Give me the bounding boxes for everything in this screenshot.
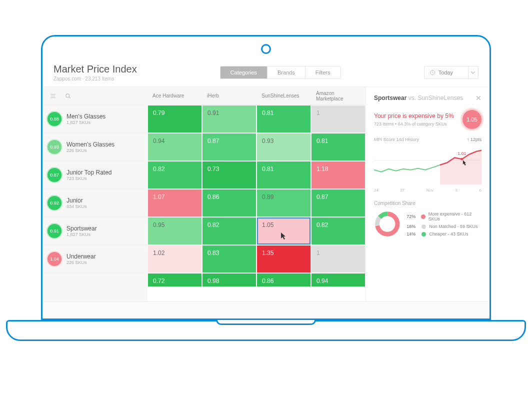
heatmap-cell[interactable]: 0.94 xyxy=(312,274,365,286)
heatmap-cell[interactable]: 0.86 xyxy=(257,274,310,286)
row-label-header xyxy=(42,87,148,105)
competition-title: Competition Share xyxy=(374,200,482,206)
heatmap-cell[interactable]: 1.02 xyxy=(148,246,202,272)
heatmap-cell[interactable]: 0.81 xyxy=(257,106,310,132)
heatmap-cell[interactable]: 0.81 xyxy=(257,162,310,188)
close-icon[interactable]: ✕ xyxy=(476,94,482,102)
history-chart: MPI Score 14d History ↑ 12pts 1.01 xyxy=(374,137,482,192)
heatmap-cell[interactable]: 0.82 xyxy=(148,162,202,188)
panel-title: Sportswear vs. SunShineLenses xyxy=(374,94,463,102)
heatmap-cell[interactable]: 0.87 xyxy=(202,134,256,160)
category-row[interactable]: 1.04Underwear226 SKUs xyxy=(42,245,148,273)
view-tabs: Categories Brands Filters xyxy=(220,66,341,79)
score-pill: 0.92 xyxy=(48,196,62,210)
cursor-icon xyxy=(281,232,287,241)
footer xyxy=(42,302,490,318)
competition-share: Competition Share 72%More expensive - 61… xyxy=(374,200,482,238)
column-header[interactable]: Amazon Marketplace xyxy=(311,87,366,104)
menu-icon[interactable] xyxy=(50,92,56,100)
category-row[interactable]: 0.87Junior Top Rated723 SKUs xyxy=(42,161,148,189)
heatmap-grid: 0.88Men's Glasses1,827 SKUs0.93Women's G… xyxy=(42,87,366,302)
heatmap-cell[interactable]: 0.94 xyxy=(148,134,202,160)
category-row[interactable]: 0.93Women's Glasses226 SKUs xyxy=(42,133,148,161)
alert-meta: 723 Items • 64.3% of category SKUs xyxy=(374,122,454,126)
category-sku-count: 1,827 SKUs xyxy=(66,120,106,125)
heatmap-cell[interactable]: 1 xyxy=(312,246,365,272)
category-row[interactable] xyxy=(42,273,148,287)
score-pill: 0.91 xyxy=(48,224,62,238)
heatmap-cell[interactable]: 0.98 xyxy=(202,274,256,286)
detail-panel: Sportswear vs. SunShineLenses ✕ Your pri… xyxy=(366,87,490,302)
matrix-row: 0.790.910.811 xyxy=(148,105,366,133)
svg-point-1 xyxy=(66,94,70,97)
clock-icon xyxy=(430,70,436,76)
tab-filters[interactable]: Filters xyxy=(305,66,340,78)
matrix-row: 1.070.860.890.87 xyxy=(148,189,366,217)
heatmap-cell[interactable]: 0.73 xyxy=(202,162,256,188)
score-pill: 0.87 xyxy=(48,168,62,182)
heatmap-cell[interactable]: 0.89 xyxy=(257,190,310,216)
category-sku-count: 834 SKUs xyxy=(66,204,87,209)
column-header[interactable]: iHerb xyxy=(202,87,256,104)
heatmap-cell[interactable]: 0.87 xyxy=(312,190,365,216)
svg-text:1.01: 1.01 xyxy=(458,151,466,156)
category-row[interactable]: 0.88Men's Glasses1,827 SKUs xyxy=(42,105,148,133)
topbar: Market Price Index Zappos.com · 23,213 I… xyxy=(42,56,490,86)
heatmap-cell[interactable]: 0.79 xyxy=(148,106,202,132)
heatmap-cell[interactable]: 0.82 xyxy=(202,218,256,244)
column-header[interactable]: SunShineLenses xyxy=(256,87,311,104)
matrix-row: 0.940.870.930.81 xyxy=(148,133,366,161)
search-icon[interactable] xyxy=(64,92,72,100)
score-pill: 1.04 xyxy=(48,252,62,266)
heatmap-cell[interactable]: 1.18 xyxy=(312,162,365,188)
price-alert: Your price is expensive by 5% 723 Items … xyxy=(374,110,482,129)
dot-icon xyxy=(421,214,426,219)
heatmap-cell[interactable]: 0.95 xyxy=(148,218,202,244)
heatmap-cell[interactable]: 0.82 xyxy=(312,218,365,244)
matrix-row: 0.820.730.811.18 xyxy=(148,161,366,189)
row-labels: 0.88Men's Glasses1,827 SKUs0.93Women's G… xyxy=(42,87,148,302)
heatmap-cell[interactable]: 1 xyxy=(312,106,365,132)
page-subtitle: Zappos.com · 23,213 Items xyxy=(54,76,137,82)
laptop-frame: Market Price Index Zappos.com · 23,213 I… xyxy=(0,0,532,420)
category-name: Sportswear xyxy=(66,225,97,232)
heatmap-cell[interactable]: 1.35 xyxy=(257,246,310,272)
heatmap-cell[interactable]: 0.93 xyxy=(257,134,310,160)
legend-item: 72%More expensive - 612 SKUs xyxy=(406,212,482,222)
screen: Market Price Index Zappos.com · 23,213 I… xyxy=(41,35,491,320)
competition-legend: 72%More expensive - 612 SKUs 16%Non Matc… xyxy=(406,212,482,236)
chevron-down-icon[interactable] xyxy=(468,66,478,78)
heatmap-cell[interactable]: 1.07 xyxy=(148,190,202,216)
tab-brands[interactable]: Brands xyxy=(267,66,305,78)
heatmap-cell[interactable]: 1.05 xyxy=(257,218,310,244)
category-row[interactable]: 0.91Sportswear1,827 SKUs xyxy=(42,217,148,245)
category-name: Junior xyxy=(66,197,87,204)
tab-categories[interactable]: Categories xyxy=(220,66,267,78)
column-header-row: Ace Hardware iHerb SunShineLenses Amazon… xyxy=(148,87,366,105)
heatmap-cell[interactable]: 0.81 xyxy=(312,134,365,160)
heatmap-cell[interactable]: 0.72 xyxy=(148,274,202,286)
category-name: Men's Glasses xyxy=(66,113,106,120)
svg-point-3 xyxy=(460,158,463,160)
heatmap-cell[interactable]: 0.86 xyxy=(202,190,256,216)
heatmap-cell[interactable]: 0.91 xyxy=(202,106,256,132)
matrix: Ace Hardware iHerb SunShineLenses Amazon… xyxy=(148,87,366,302)
score-badge: 1.05 xyxy=(462,110,482,129)
category-row[interactable]: 0.92Junior834 SKUs xyxy=(42,189,148,217)
category-sku-count: 1,827 SKUs xyxy=(66,232,97,237)
column-header[interactable]: Ace Hardware xyxy=(148,87,202,104)
sparkline-chart: 1.01 xyxy=(374,145,482,185)
date-picker[interactable]: Today xyxy=(424,66,478,79)
matrix-row: 0.950.821.050.82 xyxy=(148,217,366,245)
history-title: MPI Score 14d History xyxy=(374,137,419,142)
history-x-axis: 24 27 Nov 3 6 xyxy=(374,188,482,192)
score-pill: 0.93 xyxy=(48,140,62,154)
category-sku-count: 226 SKUs xyxy=(66,260,96,265)
camera-icon xyxy=(261,44,271,54)
heatmap-cell[interactable]: 0.83 xyxy=(202,246,256,272)
dot-icon xyxy=(422,232,426,236)
legend-item: 16%Non Matched - 59 SKUs xyxy=(406,224,482,229)
alert-message: Your price is expensive by 5% xyxy=(374,112,454,120)
history-delta: ↑ 12pts xyxy=(467,137,482,142)
laptop-notch xyxy=(216,320,316,325)
